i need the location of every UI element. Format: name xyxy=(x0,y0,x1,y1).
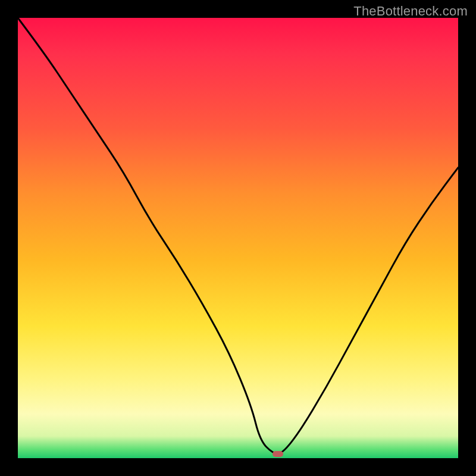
curve-svg xyxy=(18,18,458,458)
chart-container: TheBottleneck.com xyxy=(0,0,476,476)
optimal-point-marker xyxy=(273,451,283,457)
plot-area xyxy=(18,18,458,458)
watermark-text: TheBottleneck.com xyxy=(353,4,468,19)
bottleneck-curve xyxy=(18,18,458,454)
